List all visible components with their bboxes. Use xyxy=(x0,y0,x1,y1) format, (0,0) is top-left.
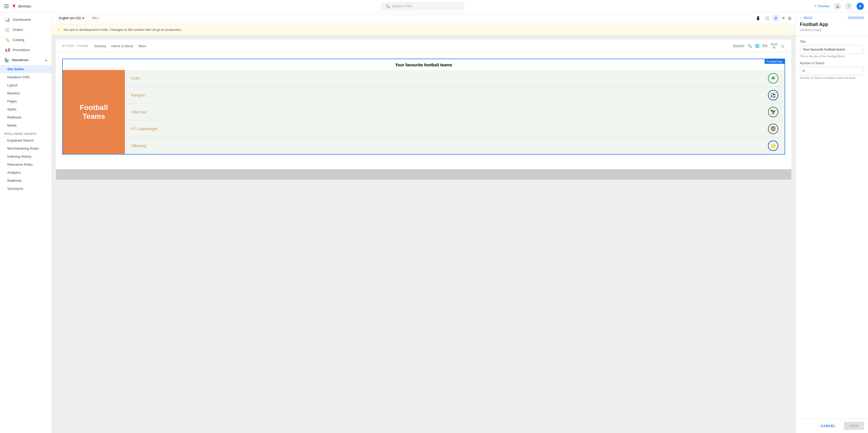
sidebar: 📊 Dashboards 🛒 Orders 🏷️ Catalog 📢 Promo… xyxy=(0,12,52,433)
team-row: FC Copenhagen 🦁 xyxy=(125,121,784,137)
sidebar-item-indexing-history[interactable]: Indexing History xyxy=(0,152,52,161)
url-bar[interactable]: URL / xyxy=(89,15,752,22)
url-value: URL / xyxy=(92,16,99,20)
store-navigation: STORE THEME Grocery Home & Decor More Se… xyxy=(56,40,791,52)
arrow-left-icon: ← xyxy=(800,16,803,20)
orders-icon: 🛒 xyxy=(5,27,10,32)
title-field-description: This is the title of the Football Block xyxy=(800,55,864,58)
sidebar-item-promotions[interactable]: 📢 Promotions xyxy=(0,45,52,55)
save-button[interactable]: SAVE xyxy=(844,422,864,430)
football-block-title: Your favourite football teams xyxy=(63,59,784,70)
main-layout: 📊 Dashboards 🛒 Orders 🏷️ Catalog 📢 Promo… xyxy=(0,12,868,433)
number-of-teams-description: Number of Teams to display inside the bl… xyxy=(800,76,864,79)
tablet-device-button[interactable]: ⬜ xyxy=(763,15,771,21)
sidebar-item-synonyms[interactable]: Synonyms xyxy=(0,184,52,193)
team-badge-rangers: ⚽ xyxy=(768,90,778,100)
sidebar-item-catalog[interactable]: 🏷️ Catalog xyxy=(0,35,52,45)
store-nav-right: Search 🔍 🌐 EN SIGNIN 🛒 xyxy=(733,43,785,49)
football-left-text: FootballTeams xyxy=(80,103,108,121)
store-nav-links: Grocery Home & Decor More xyxy=(94,44,727,48)
global-search-bar[interactable]: 🔍 Search VTEX xyxy=(381,2,464,10)
cancel-button[interactable]: CANCEL xyxy=(815,422,841,430)
store-nav-more[interactable]: More xyxy=(138,44,146,48)
title-field-group: Title This is the title of the Football … xyxy=(800,40,864,58)
football-block[interactable]: Football App Your favourite football tea… xyxy=(62,59,785,154)
panel-app-title: Football App xyxy=(800,22,864,27)
sidebar-sub-item-redirects-sf[interactable]: Redirects xyxy=(0,113,52,121)
dev-banner-message: You are in development mode. Changes to … xyxy=(63,28,182,32)
right-panel-footer: CANCEL SAVE xyxy=(796,418,868,433)
store-nav-grocery[interactable]: Grocery xyxy=(94,44,106,48)
sidebar-sub-item-site-editor[interactable]: Site Editor xyxy=(0,65,52,73)
preview-footer xyxy=(56,169,791,180)
sidebar-sub-item-layout[interactable]: Layout xyxy=(0,81,52,89)
team-badge-celtic: ☘ xyxy=(768,73,778,84)
team-name-fc-copenhagen: FC Copenhagen xyxy=(131,127,158,131)
sidebar-sub-item-styles[interactable]: Styles xyxy=(0,105,52,113)
store-lang: EN xyxy=(763,44,768,48)
chevron-down-icon: ▾ xyxy=(83,16,84,20)
right-panel: ← BACK VERSIONS Football App Untitled co… xyxy=(796,12,868,433)
store-cart-icon[interactable]: 🛒 xyxy=(781,44,785,48)
promotions-icon: 📢 xyxy=(5,48,10,52)
football-block-content: FootballTeams Celtic ☘ Rangers ⚽ xyxy=(63,70,784,154)
title-field-label: Title xyxy=(800,40,864,44)
team-name-celtic: Celtic xyxy=(131,76,140,80)
editor-toolbar: English (en-US) ▾ URL / 📱 ⬜ 🖥 👁 ⊞ xyxy=(52,12,796,24)
store-signin-label: SIGNIN xyxy=(771,43,778,49)
team-row: Silkeborg ⭐ xyxy=(125,137,784,154)
language-selector[interactable]: English (en-US) ▾ xyxy=(56,15,87,22)
back-button[interactable]: ← BACK xyxy=(800,16,812,20)
sidebar-item-dashboards[interactable]: 📊 Dashboards xyxy=(0,15,52,25)
warning-icon: ⚠ xyxy=(57,27,61,32)
store-preview: STORE THEME Grocery Home & Decor More Se… xyxy=(56,40,791,169)
sidebar-item-merchandising-rules[interactable]: Merchandising Rules xyxy=(0,144,52,152)
sidebar-item-redirects[interactable]: Redirects xyxy=(0,177,52,184)
user-avatar[interactable]: D xyxy=(857,3,864,10)
notifications-button[interactable]: 🔔 xyxy=(834,3,841,10)
football-teams-list: Celtic ☘ Rangers ⚽ Hibernian 🦅 xyxy=(125,70,784,154)
number-of-teams-input[interactable] xyxy=(800,67,864,75)
versions-button[interactable]: VERSIONS xyxy=(848,16,864,20)
sidebar-item-relevance-rules[interactable]: Relevance Rules xyxy=(0,161,52,169)
visibility-toggle-button[interactable]: 👁 xyxy=(782,16,785,20)
title-field-input[interactable] xyxy=(800,45,864,54)
mobile-device-button[interactable]: 📱 xyxy=(754,15,762,21)
desktop-device-button[interactable]: 🖥 xyxy=(772,15,779,21)
sidebar-item-orders[interactable]: 🛒 Orders xyxy=(0,25,52,35)
vtex-logo: ▼ demoeu xyxy=(11,3,31,9)
help-button[interactable]: ? xyxy=(845,3,852,10)
vtex-icon: ▼ xyxy=(11,3,17,9)
external-link-icon: ↗ xyxy=(814,4,817,8)
store-globe-icon: 🌐 xyxy=(755,44,760,48)
sidebar-sub-item-headless-cms[interactable]: Headless CMS xyxy=(0,73,52,81)
store-nav-home-decor[interactable]: Home & Decor xyxy=(112,44,133,48)
preview-area[interactable]: STORE THEME Grocery Home & Decor More Se… xyxy=(52,35,796,433)
catalog-icon: 🏷️ xyxy=(5,37,10,42)
football-left-panel: FootballTeams xyxy=(63,70,125,154)
hamburger-menu[interactable] xyxy=(4,4,9,8)
sidebar-sub-item-banners[interactable]: Banners xyxy=(0,89,52,97)
team-name-hibernian: Hibernian xyxy=(131,110,147,114)
language-value: English (en-US) xyxy=(59,16,81,20)
device-selector: 📱 ⬜ 🖥 👁 ⊞ xyxy=(754,15,791,21)
football-block-label: Football App xyxy=(765,59,784,64)
store-search-icon[interactable]: 🔍 xyxy=(747,44,752,48)
sidebar-item-analytics[interactable]: Analytics xyxy=(0,169,52,177)
store-search-label: Search xyxy=(733,44,744,48)
sidebar-item-explained-search[interactable]: Explained Search xyxy=(0,136,52,144)
preview-button[interactable]: ↗ Preview xyxy=(814,4,830,8)
topnav-center: 🔍 Search VTEX xyxy=(34,2,810,10)
search-placeholder: Search VTEX xyxy=(392,4,412,8)
team-badge-hibernian: 🦅 xyxy=(768,107,778,117)
team-badge-silkeborg: ⭐ xyxy=(768,141,778,151)
right-panel-body: Title This is the title of the Football … xyxy=(796,36,868,418)
sidebar-item-storefront[interactable]: 🏪 Storefront ▲ xyxy=(0,55,52,65)
team-badge-fc-copenhagen: 🦁 xyxy=(768,124,778,134)
brand-name: demoeu xyxy=(18,4,31,8)
team-name-silkeborg: Silkeborg xyxy=(131,144,146,148)
sidebar-sub-item-pages[interactable]: Pages xyxy=(0,97,52,105)
store-brand: STORE THEME xyxy=(62,44,89,48)
sidebar-sub-item-media[interactable]: Media xyxy=(0,121,52,129)
cursor-icon: ⊞ xyxy=(788,16,791,21)
